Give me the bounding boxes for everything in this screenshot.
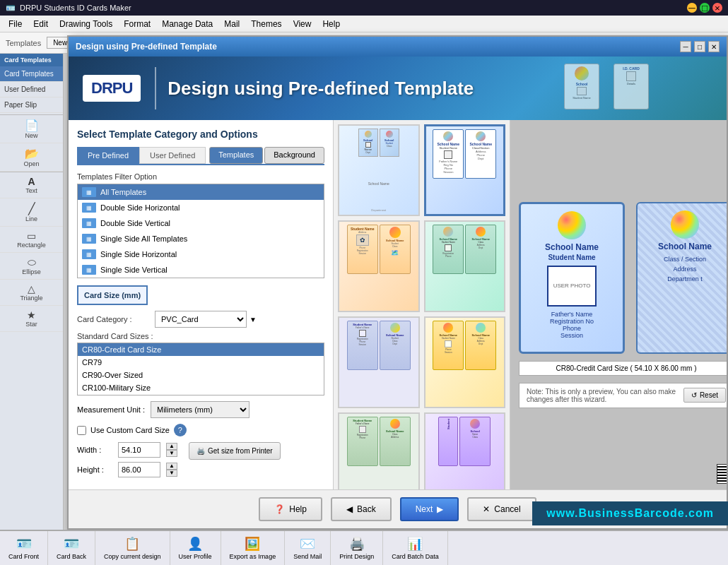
- dialog-window: Design using Pre-defined Template ─ □ ✕ …: [67, 35, 728, 530]
- maximize-button[interactable]: □: [700, 3, 710, 13]
- filter-single-all[interactable]: ▦ Single Side All Templates: [78, 231, 324, 246]
- taskbar-batch[interactable]: 📊 Card Batch Data: [383, 531, 448, 565]
- tool-rectangle[interactable]: ▭Rectangle: [0, 227, 63, 253]
- taskbar-send-mail[interactable]: ✉️ Send Mail: [285, 531, 331, 565]
- menu-format[interactable]: Format: [118, 18, 156, 30]
- taskbar-card-back[interactable]: 🪪 Card Back: [48, 531, 95, 565]
- dialog-maximize-btn[interactable]: □: [694, 41, 705, 52]
- tab-user-defined[interactable]: User Defined: [139, 147, 206, 164]
- card-size-cr79[interactable]: CR79: [78, 356, 324, 369]
- filter-all-templates[interactable]: ▦ All Templates: [78, 184, 324, 200]
- filter-single-horiz[interactable]: ▦ Single Side Horizontal: [78, 246, 324, 262]
- card-size-cr100[interactable]: CR100-Military Size: [78, 381, 324, 394]
- template-4[interactable]: School Name Student Name Registration Ph…: [424, 220, 506, 312]
- title-bar: 🪪 DRPU Students ID Cards Maker ─ □ ×: [0, 0, 728, 16]
- preview-cards: School Name Student Name USER PHOTO Fath…: [519, 202, 727, 354]
- sidebar-item-card-templates[interactable]: Card Templates: [0, 66, 63, 82]
- filter-double-vert[interactable]: ▦ Double Side Vertical: [78, 215, 324, 231]
- back-button[interactable]: ◀ Back: [331, 497, 392, 521]
- taskbar-copy-label: Copy current design: [104, 553, 161, 560]
- height-input[interactable]: [118, 462, 160, 477]
- taskbar-card-front[interactable]: 🪪 Card Front: [0, 531, 48, 565]
- preview-school-name: School Name: [545, 242, 599, 252]
- minimize-button[interactable]: ─: [687, 3, 697, 13]
- template-3[interactable]: Student Name Address ✿ Phone Registratio…: [338, 220, 420, 312]
- taskbar-user-profile[interactable]: 👤 User Profile: [170, 531, 221, 565]
- filter-all-icon: ▦: [82, 187, 96, 197]
- header-title: Design using Pre-defined Template: [168, 78, 474, 100]
- custom-size-row: Use Custom Card Size ?: [77, 424, 324, 436]
- printer-btn-label: Get size from Printer: [208, 447, 273, 455]
- menu-themes[interactable]: Themes: [245, 18, 287, 30]
- sub-tab-background[interactable]: Background: [264, 147, 324, 164]
- next-icon: ▶: [437, 504, 443, 514]
- filter-list: ▦ All Templates ▦ Double Side Horizontal…: [77, 184, 324, 278]
- tool-star[interactable]: ★Star: [0, 306, 63, 332]
- sub-tab-templates[interactable]: Templates: [209, 147, 263, 164]
- menu-file[interactable]: File: [3, 18, 28, 30]
- user-icon: 👤: [187, 536, 203, 552]
- tool-new[interactable]: 📄New: [0, 115, 63, 143]
- custom-size-checkbox[interactable]: [77, 426, 86, 435]
- width-row: Width : ▲ ▼: [77, 442, 177, 458]
- dialog-close-btn[interactable]: ✕: [708, 41, 720, 52]
- logo-text: DRPU: [91, 79, 132, 97]
- next-label: Next: [416, 504, 433, 514]
- menu-manage-data[interactable]: Manage Data: [156, 18, 218, 30]
- card-category-row: Card Category : PVC_Card ▼: [77, 311, 324, 328]
- dialog-minimize-btn[interactable]: ─: [680, 41, 691, 52]
- tool-open[interactable]: 📂Open: [0, 143, 63, 172]
- card-size-cr80[interactable]: CR80-Credit Card Size: [78, 343, 324, 356]
- sidebar-item-paper-slip[interactable]: Paper Slip: [0, 97, 63, 113]
- measurement-select[interactable]: Milimeters (mm): [151, 401, 249, 418]
- filter-single-vert[interactable]: ▦ Single Side Vertical: [78, 262, 324, 278]
- tool-triangle[interactable]: △Triangle: [0, 280, 63, 306]
- width-up-btn[interactable]: ▲: [166, 443, 177, 450]
- template-2[interactable]: School Name Student Name Father's Name R…: [424, 124, 506, 216]
- help-button[interactable]: ❓ Help: [259, 497, 322, 521]
- card-size-cr50[interactable]: CR50: [78, 394, 324, 396]
- cancel-button[interactable]: ✕ Cancel: [467, 497, 536, 521]
- menu-bar: File Edit Drawing Tools Format Manage Da…: [0, 16, 728, 32]
- taskbar-export[interactable]: 🖼️ Export as Image: [221, 531, 286, 565]
- filter-double-horiz[interactable]: ▦ Double Side Horizontal: [78, 200, 324, 215]
- menu-mail[interactable]: Mail: [218, 18, 245, 30]
- card-category-select[interactable]: PVC_Card: [155, 311, 247, 328]
- next-button[interactable]: Next ▶: [400, 497, 459, 521]
- width-down-btn[interactable]: ▼: [166, 450, 177, 457]
- sidebar-title: Card Templates: [0, 54, 63, 66]
- menu-help[interactable]: Help: [317, 18, 346, 30]
- width-input[interactable]: [118, 442, 160, 458]
- height-up-btn[interactable]: ▲: [166, 463, 177, 470]
- template-7[interactable]: Student Name Father's Name Registration …: [338, 412, 420, 489]
- template-1[interactable]: School Name Dept School Student Class: [338, 124, 420, 216]
- standard-sizes-label: Standard Card Sizes :: [77, 332, 324, 340]
- tool-text[interactable]: AText: [0, 172, 63, 198]
- menu-view[interactable]: View: [288, 18, 317, 30]
- tool-line[interactable]: ╱Line: [0, 198, 63, 227]
- template-8[interactable]: Student School Name Class: [424, 412, 506, 489]
- taskbar-print[interactable]: 🖨️ Print Design: [331, 531, 383, 565]
- custom-size-help-btn[interactable]: ?: [174, 424, 187, 436]
- menu-edit[interactable]: Edit: [28, 18, 54, 30]
- sidebar-item-user-defined[interactable]: User Defined: [0, 82, 63, 97]
- template-5[interactable]: Student Name Father's Name Registration …: [338, 316, 420, 408]
- tool-ellipse[interactable]: ⬭Ellipse: [0, 253, 63, 280]
- card-size-label: Card Size (mm): [77, 285, 148, 305]
- card-size-cr90[interactable]: CR90-Over Sized: [78, 369, 324, 381]
- height-label: Height :: [77, 465, 112, 474]
- help-icon: ❓: [274, 504, 285, 514]
- close-button[interactable]: ×: [712, 3, 722, 13]
- menu-drawing-tools[interactable]: Drawing Tools: [54, 18, 118, 30]
- get-size-printer-btn[interactable]: 🖨️ Get size from Printer: [189, 442, 281, 460]
- taskbar-export-label: Export as Image: [230, 553, 276, 560]
- preview-front-card: School Name Student Name USER PHOTO Fath…: [519, 202, 625, 354]
- card-back-icon: 🪪: [64, 536, 79, 552]
- height-down-btn[interactable]: ▼: [166, 470, 177, 477]
- drpu-logo: DRPU: [83, 75, 141, 102]
- preview-back-card: School Name Class / Section Address Depa…: [636, 202, 727, 354]
- tab-pre-defined[interactable]: Pre Defined: [77, 147, 139, 164]
- template-6[interactable]: School Name Student Name Phone Session S…: [424, 316, 506, 408]
- taskbar-copy-design[interactable]: 📋 Copy current design: [95, 531, 170, 565]
- reset-button[interactable]: ↺ Reset: [683, 388, 726, 403]
